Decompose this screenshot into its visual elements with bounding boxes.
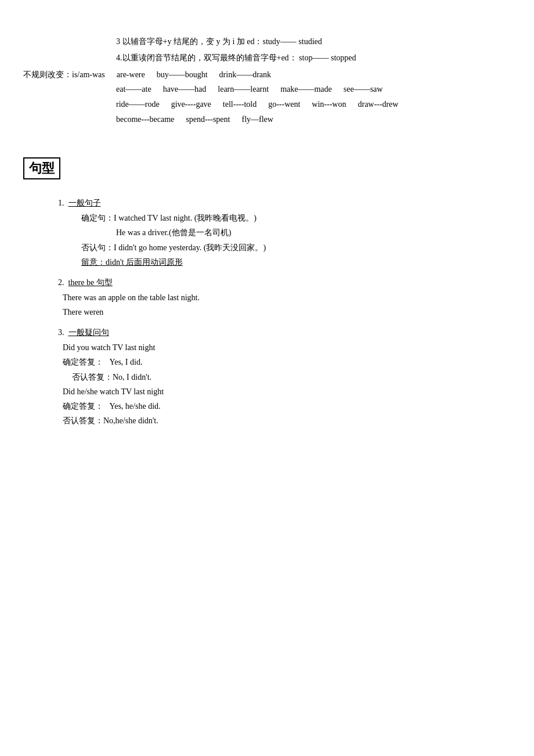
section-2: 2. there be 句型 There was an apple on the… bbox=[58, 278, 511, 319]
irr-2-3: learn——learnt bbox=[218, 82, 269, 97]
irr-2-5: see——saw bbox=[344, 82, 383, 97]
section-1-number: 1. bbox=[58, 199, 68, 207]
irr-2-1: eat——ate bbox=[116, 82, 151, 97]
irr-2-2: have——had bbox=[163, 82, 207, 97]
irr-3-2: give----gave bbox=[171, 97, 211, 112]
section-title-wrapper: 句型 bbox=[23, 143, 511, 189]
rule3-text: 3 以辅音字母+y 结尾的，变 y 为 i 加 ed：study—— studi… bbox=[116, 37, 322, 46]
irr-1-1: is/am-was bbox=[72, 67, 105, 82]
rule3-line: 3 以辅音字母+y 结尾的，变 y 为 i 加 ed：study—— studi… bbox=[116, 35, 511, 49]
irr-1-3: buy——bought bbox=[157, 67, 208, 82]
irr-4-3: fly—flew bbox=[241, 112, 273, 127]
rule4-line: 4.以重读闭音节结尾的，双写最终的辅音字母+ed： stop—— stopped bbox=[116, 51, 511, 65]
section-1-item-4: 留意：didn't 后面用动词原形 bbox=[81, 255, 511, 269]
section-1-item-1: 确定句：I watched TV last night. (我昨晚看电视。) bbox=[81, 211, 511, 225]
section-3-item-2: 确定答复： Yes, I did. bbox=[63, 355, 511, 369]
rule4-text: 4.以重读闭音节结尾的，双写最终的辅音字母+ed： stop—— stopped bbox=[116, 53, 356, 62]
irregular-row-2: eat——ate have——had learn——learnt make——m… bbox=[116, 82, 511, 97]
irr-1-4: drink——drank bbox=[219, 67, 271, 82]
irr-4-1: become---became bbox=[116, 112, 174, 127]
section-3-item-4: Did he/she watch TV last night bbox=[63, 384, 511, 399]
irr-4-2: spend---spent bbox=[186, 112, 230, 127]
section-1-note: 留意：didn't 后面用动词原形 bbox=[81, 258, 183, 267]
section-3-title: 一般疑问句 bbox=[68, 328, 109, 337]
section-title: 句型 bbox=[23, 157, 60, 179]
section-2-item-1: There was an apple on the table last nig… bbox=[63, 290, 511, 305]
irr-3-3: tell----told bbox=[223, 97, 257, 112]
section-1-header: 1. 一般句子 bbox=[58, 198, 511, 208]
irr-3-4: go---went bbox=[268, 97, 300, 112]
section-3-item-3: 否认答复：No, I didn't. bbox=[72, 370, 511, 384]
irregular-label: 不规则改变： bbox=[23, 67, 72, 82]
section-3-number: 3. bbox=[58, 328, 68, 337]
irregular-row-4: become---became spend---spent fly—flew bbox=[116, 112, 511, 127]
section-1-item-2: He was a driver.(他曾是一名司机) bbox=[116, 225, 511, 240]
content-area: 3 以辅音字母+y 结尾的，变 y 为 i 加 ed：study—— studi… bbox=[23, 35, 511, 428]
irr-3-1: ride——rode bbox=[116, 97, 160, 112]
section-3-item-1: Did you watch TV last night bbox=[63, 340, 511, 355]
section-1-item-3: 否认句：I didn't go home yesterday. (我昨天没回家。… bbox=[81, 240, 511, 255]
irr-1-2: are-were bbox=[117, 67, 145, 82]
irr-3-6: draw---drew bbox=[358, 97, 398, 112]
section-1: 1. 一般句子 确定句：I watched TV last night. (我昨… bbox=[58, 198, 511, 269]
section-2-title: there be 句型 bbox=[68, 278, 113, 287]
irregular-section: 不规则改变： is/am-was are-were buy——bought dr… bbox=[23, 67, 511, 128]
section-2-item-2: There weren bbox=[63, 305, 511, 319]
irr-3-5: win---won bbox=[312, 97, 346, 112]
section-3-item-5: 确定答复： Yes, he/she did. bbox=[63, 399, 511, 413]
irregular-row-3: ride——rode give----gave tell----told go-… bbox=[116, 97, 511, 112]
section-2-number: 2. bbox=[58, 278, 68, 287]
section-3: 3. 一般疑问句 Did you watch TV last night 确定答… bbox=[58, 327, 511, 428]
section-1-title: 一般句子 bbox=[68, 199, 101, 207]
section-3-item-6: 否认答复：No,he/she didn't. bbox=[63, 413, 511, 428]
irregular-row-1: 不规则改变： is/am-was are-were buy——bought dr… bbox=[23, 67, 511, 82]
section-2-header: 2. there be 句型 bbox=[58, 278, 511, 288]
section-3-header: 3. 一般疑问句 bbox=[58, 327, 511, 338]
irr-2-4: make——made bbox=[280, 82, 332, 97]
